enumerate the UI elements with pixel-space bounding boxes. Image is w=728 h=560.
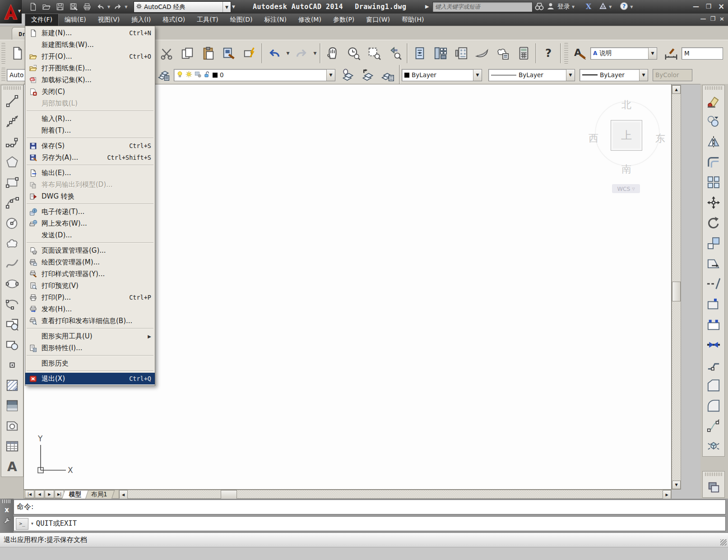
scroll-up-button[interactable]: ▲ bbox=[672, 85, 681, 94]
file-menu-item-14[interactable]: 输出(E)... bbox=[25, 167, 155, 179]
next-tab-button[interactable]: ▶ bbox=[45, 490, 54, 498]
ellipse-button[interactable] bbox=[3, 273, 22, 294]
text-style-button[interactable]: A bbox=[570, 42, 590, 65]
layer-state-button[interactable] bbox=[378, 67, 398, 83]
file-menu-item-1[interactable]: 新建图纸集(W)... bbox=[25, 39, 155, 51]
file-menu-item-23[interactable]: 绘图仪管理器(M)... bbox=[25, 256, 155, 268]
scale-button[interactable] bbox=[704, 233, 723, 253]
offset-button[interactable] bbox=[704, 152, 723, 172]
mirror-button[interactable] bbox=[704, 131, 723, 152]
file-menu-item-0[interactable]: 新建(N)...Ctrl+N bbox=[25, 27, 155, 39]
color-combo-dropdown[interactable]: ▼ bbox=[473, 69, 482, 81]
line-button[interactable] bbox=[3, 91, 22, 111]
command-history[interactable]: 命令: bbox=[14, 500, 726, 514]
command-prompt-icon[interactable]: >_ bbox=[16, 518, 28, 530]
toolbar-grip[interactable] bbox=[705, 86, 722, 90]
menubar-item-insert[interactable]: 插入(I) bbox=[125, 14, 157, 26]
a360-dropdown-arrow[interactable]: ▼ bbox=[609, 5, 612, 9]
file-menu-item-26[interactable]: 打印(P)...Ctrl+P bbox=[25, 292, 155, 303]
toolpalettes-button[interactable] bbox=[451, 42, 472, 65]
file-menu-item-28[interactable]: 查看打印和发布详细信息(B)... bbox=[25, 315, 155, 327]
file-menu-item-16[interactable]: DWG 转换 bbox=[25, 190, 155, 202]
join-button[interactable] bbox=[704, 355, 723, 375]
designcenter-button[interactable] bbox=[430, 42, 451, 65]
arc-button[interactable] bbox=[3, 192, 22, 213]
xline-button[interactable] bbox=[3, 111, 22, 131]
zoom-rt-button[interactable] bbox=[343, 42, 364, 65]
stretch-button[interactable] bbox=[704, 253, 723, 273]
viewcube-top-face[interactable]: 上 bbox=[611, 120, 642, 151]
toolbar-grip[interactable] bbox=[1, 43, 5, 64]
zoom-prev-button[interactable] bbox=[385, 42, 405, 65]
horizontal-scroll-thumb[interactable] bbox=[221, 490, 237, 499]
menubar-item-file[interactable]: 文件(F) bbox=[25, 14, 59, 26]
file-menu-item-27[interactable]: 发布(H)... bbox=[25, 303, 155, 315]
qat-undo-button[interactable] bbox=[95, 1, 107, 12]
toolbar-grip[interactable] bbox=[4, 86, 21, 90]
workspace-combo[interactable]: AutoCAD 经典 ▼ bbox=[134, 1, 231, 13]
menubar-item-format[interactable]: 格式(O) bbox=[157, 14, 191, 26]
command-input-row[interactable]: >_ ▼ QUIT或EXIT bbox=[14, 516, 726, 531]
help-dropdown-arrow[interactable]: ▼ bbox=[630, 5, 633, 9]
file-menu-item-11[interactable]: 保存(S)Ctrl+S bbox=[25, 140, 155, 152]
zoom-win-button[interactable] bbox=[364, 42, 385, 65]
logo-dropdown-arrow[interactable]: ▼ bbox=[18, 9, 21, 13]
matchprop-button[interactable] bbox=[218, 42, 239, 65]
doc-restore-button[interactable]: ❐ bbox=[710, 15, 715, 22]
a360-icon[interactable] bbox=[599, 2, 607, 12]
file-menu-item-25[interactable]: 打印预览(V) bbox=[25, 280, 155, 292]
tab-model[interactable]: 模型 bbox=[62, 490, 88, 499]
dim-style-button[interactable] bbox=[661, 42, 682, 65]
linetype-combo[interactable]: ByLayer ▼ bbox=[488, 69, 575, 81]
infocenter-collapse-arrow[interactable]: ▶ bbox=[425, 4, 429, 9]
prev-tab-button[interactable]: ◀ bbox=[35, 490, 44, 498]
trim-button[interactable] bbox=[704, 273, 723, 294]
redo-button[interactable] bbox=[291, 42, 312, 65]
menubar-item-view[interactable]: 视图(V) bbox=[92, 14, 126, 26]
spline-button[interactable] bbox=[3, 253, 22, 273]
properties-button[interactable] bbox=[409, 42, 430, 65]
viewcube-south[interactable]: 南 bbox=[587, 162, 666, 176]
erase-button[interactable] bbox=[704, 91, 723, 111]
first-tab-button[interactable]: |◀ bbox=[25, 490, 34, 498]
dim-style-combo[interactable]: M bbox=[682, 47, 723, 60]
redo-dropdown-arrow[interactable]: ▼ bbox=[312, 42, 318, 64]
qat-redo-dropdown-arrow[interactable]: ▼ bbox=[125, 5, 127, 9]
chamfer-button[interactable] bbox=[704, 375, 723, 395]
sheetset-button[interactable] bbox=[472, 42, 492, 65]
qat-folder-open-button[interactable] bbox=[41, 1, 52, 12]
viewcube-west[interactable]: 西 bbox=[589, 132, 598, 145]
file-menu-item-19[interactable]: 网上发布(W)... bbox=[25, 218, 155, 229]
extend-button[interactable] bbox=[704, 294, 723, 314]
resize-grip[interactable] bbox=[720, 539, 727, 546]
menubar-item-tools[interactable]: 工具(T) bbox=[191, 14, 224, 26]
scissors-button[interactable] bbox=[156, 42, 177, 65]
file-menu-item-33[interactable]: 图形历史 bbox=[25, 357, 155, 369]
draworder-button[interactable] bbox=[704, 477, 723, 497]
markupset-button[interactable] bbox=[492, 42, 513, 65]
move-button[interactable] bbox=[704, 192, 723, 213]
doc-close-button[interactable]: × bbox=[719, 15, 724, 22]
help-icon[interactable]: ? bbox=[620, 2, 628, 12]
revcloud-button[interactable] bbox=[3, 233, 22, 253]
circle-button[interactable] bbox=[3, 213, 22, 233]
file-menu-item-12[interactable]: 另存为(A)...Ctrl+Shift+S bbox=[25, 152, 155, 163]
quickcalc-button[interactable] bbox=[513, 42, 534, 65]
file-menu-item-8[interactable]: 输入(R)... bbox=[25, 113, 155, 125]
tab-layout1[interactable]: 布局1 bbox=[84, 490, 115, 499]
array-button[interactable] bbox=[704, 172, 723, 192]
lineweight-combo-dropdown[interactable]: ▼ bbox=[639, 69, 648, 81]
minimize-button[interactable]: — bbox=[692, 3, 700, 10]
workspace-dropdown-arrow[interactable]: ▼ bbox=[223, 2, 231, 12]
copy-mod-button[interactable] bbox=[704, 111, 723, 131]
toolbar-grip[interactable] bbox=[1, 68, 5, 82]
file-menu-item-31[interactable]: 图形特性(I)... bbox=[25, 342, 155, 354]
qat-floppy-button[interactable] bbox=[54, 1, 66, 12]
menubar-item-modify[interactable]: 修改(M) bbox=[292, 14, 327, 26]
text-style-dropdown[interactable]: ▼ bbox=[648, 48, 657, 59]
undo-button[interactable] bbox=[264, 42, 285, 65]
toolbar-grip[interactable] bbox=[705, 472, 722, 476]
qat-doc-new-button[interactable] bbox=[27, 1, 39, 12]
close-button[interactable]: × bbox=[717, 2, 725, 11]
linetype-combo-dropdown[interactable]: ▼ bbox=[566, 69, 575, 81]
